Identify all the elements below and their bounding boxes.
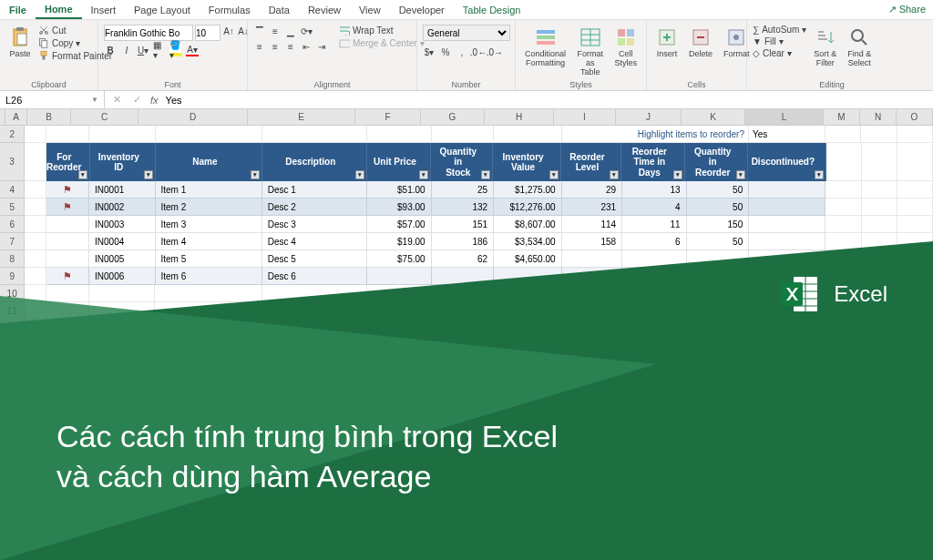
filter-icon[interactable]: ▾ bbox=[251, 170, 260, 179]
cell[interactable] bbox=[749, 354, 825, 372]
col-header-H[interactable]: H bbox=[485, 109, 554, 125]
row-header-15[interactable]: 15 bbox=[0, 372, 25, 389]
table-cell[interactable]: Item 1 bbox=[156, 181, 262, 199]
cell[interactable] bbox=[687, 389, 750, 406]
table-cell[interactable]: Item 2 bbox=[156, 199, 262, 216]
table-cell[interactable]: 25 bbox=[432, 181, 495, 199]
table-cell[interactable] bbox=[749, 199, 825, 216]
cell[interactable] bbox=[825, 354, 861, 372]
bold-button[interactable]: B bbox=[104, 44, 117, 56]
increase-decimal-icon[interactable]: .0← bbox=[472, 46, 485, 58]
cell[interactable] bbox=[749, 389, 825, 406]
col-header-E[interactable]: E bbox=[248, 109, 355, 125]
col-header-F[interactable]: F bbox=[355, 109, 421, 125]
cell[interactable] bbox=[622, 285, 686, 302]
col-header-D[interactable]: D bbox=[138, 109, 248, 125]
cell[interactable] bbox=[862, 216, 897, 233]
cell[interactable] bbox=[562, 320, 623, 337]
number-format-select[interactable]: General bbox=[423, 25, 510, 41]
cell[interactable] bbox=[897, 216, 933, 233]
table-cell[interactable]: IN0002 bbox=[89, 199, 155, 216]
cell[interactable] bbox=[562, 372, 623, 389]
cell[interactable] bbox=[562, 302, 623, 320]
table-cell[interactable] bbox=[687, 250, 750, 268]
tab-insert[interactable]: Insert bbox=[82, 2, 126, 18]
underline-button[interactable]: U ▾ bbox=[137, 44, 149, 56]
cell[interactable] bbox=[825, 126, 861, 143]
cell[interactable] bbox=[897, 199, 933, 216]
name-box[interactable]: L26▼ bbox=[0, 91, 105, 108]
currency-icon[interactable]: $▾ bbox=[423, 46, 436, 58]
format-as-table-button[interactable]: Format as Table bbox=[573, 25, 607, 79]
cell[interactable] bbox=[46, 320, 89, 337]
cell[interactable] bbox=[825, 337, 861, 354]
cell[interactable] bbox=[861, 126, 897, 143]
fx-icon[interactable]: fx bbox=[150, 95, 159, 106]
cell[interactable] bbox=[262, 372, 367, 389]
cell[interactable] bbox=[622, 354, 686, 372]
tab-table-design[interactable]: Table Design bbox=[454, 2, 530, 18]
cell[interactable] bbox=[432, 372, 495, 389]
tab-review[interactable]: Review bbox=[299, 2, 350, 18]
cell[interactable] bbox=[89, 372, 155, 389]
autosum-button[interactable]: ∑ AutoSum ▾ bbox=[753, 25, 806, 35]
cell[interactable] bbox=[862, 354, 897, 372]
cell[interactable] bbox=[89, 354, 155, 372]
cell[interactable] bbox=[687, 302, 750, 320]
cell[interactable] bbox=[687, 354, 750, 372]
cell[interactable] bbox=[367, 337, 431, 354]
cell[interactable] bbox=[155, 389, 261, 406]
filter-icon[interactable]: ▾ bbox=[355, 170, 364, 179]
cell[interactable] bbox=[862, 250, 897, 268]
decrease-indent-icon[interactable]: ⇤ bbox=[300, 40, 313, 53]
row-header-13[interactable]: 13 bbox=[0, 337, 25, 354]
table-cell[interactable] bbox=[622, 250, 687, 268]
clear-button[interactable]: ◇ Clear ▾ bbox=[753, 48, 806, 58]
table-header[interactable]: Quantity in Stock▾ bbox=[431, 143, 493, 181]
table-cell[interactable]: 132 bbox=[432, 199, 495, 216]
cell-styles-button[interactable]: Cell Styles bbox=[610, 25, 641, 70]
table-cell[interactable]: IN0005 bbox=[89, 250, 155, 268]
cell[interactable] bbox=[897, 181, 933, 199]
cell[interactable] bbox=[825, 181, 861, 199]
cell[interactable] bbox=[155, 337, 261, 354]
cell[interactable] bbox=[25, 143, 46, 181]
table-cell[interactable]: IN0001 bbox=[89, 181, 155, 199]
cell[interactable] bbox=[622, 320, 686, 337]
cell[interactable] bbox=[826, 143, 862, 181]
col-header-G[interactable]: G bbox=[421, 109, 485, 125]
font-name-input[interactable] bbox=[104, 25, 193, 41]
row-header-2[interactable]: 2 bbox=[0, 126, 25, 143]
table-cell[interactable]: $3,534.00 bbox=[494, 233, 561, 250]
cell[interactable] bbox=[862, 337, 897, 354]
cell[interactable] bbox=[432, 337, 495, 354]
cell[interactable] bbox=[262, 320, 367, 337]
cell[interactable] bbox=[46, 302, 89, 320]
cell[interactable] bbox=[156, 126, 262, 143]
cell[interactable] bbox=[262, 354, 367, 372]
cell[interactable] bbox=[155, 354, 261, 372]
cell[interactable] bbox=[897, 143, 933, 181]
table-header[interactable]: Unit Price▾ bbox=[367, 143, 431, 181]
cell[interactable] bbox=[494, 320, 561, 337]
tab-developer[interactable]: Developer bbox=[390, 2, 454, 18]
cell[interactable] bbox=[687, 320, 750, 337]
cell[interactable] bbox=[825, 372, 861, 389]
col-header-O[interactable]: O bbox=[897, 109, 933, 125]
cell[interactable] bbox=[622, 389, 686, 406]
tab-data[interactable]: Data bbox=[260, 2, 299, 18]
row-header-7[interactable]: 7 bbox=[0, 233, 25, 250]
cell[interactable] bbox=[89, 126, 155, 143]
cell[interactable] bbox=[862, 233, 897, 250]
cell[interactable] bbox=[494, 354, 561, 372]
col-header-A[interactable]: A bbox=[5, 109, 27, 125]
cell[interactable] bbox=[562, 285, 623, 302]
table-cell[interactable]: 13 bbox=[622, 181, 687, 199]
align-top-icon[interactable]: ▔ bbox=[253, 25, 266, 37]
cell[interactable] bbox=[825, 199, 861, 216]
cell[interactable] bbox=[262, 302, 367, 320]
tab-formulas[interactable]: Formulas bbox=[200, 2, 260, 18]
table-cell[interactable]: 11 bbox=[622, 216, 687, 233]
table-cell[interactable]: 114 bbox=[562, 216, 623, 233]
table-cell[interactable] bbox=[749, 216, 825, 233]
